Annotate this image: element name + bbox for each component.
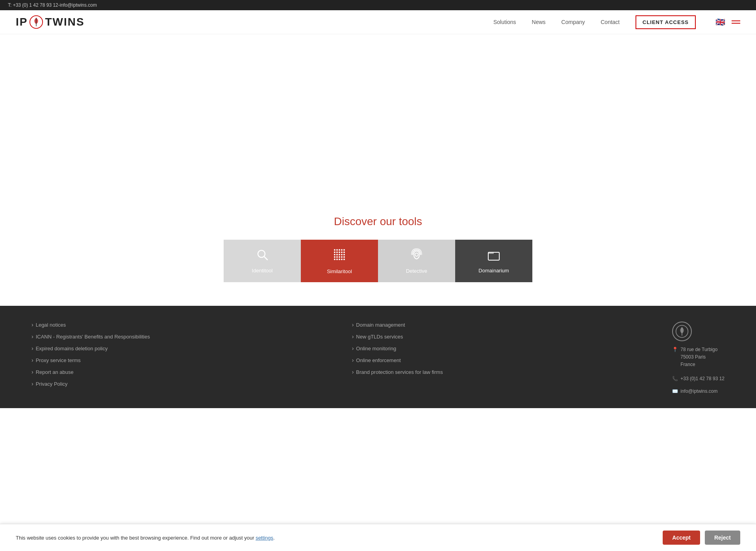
footer-address-line2: 75003 Paris [680,354,706,360]
svg-point-24 [334,259,335,260]
svg-point-14 [334,254,335,255]
discover-title: Discover our tools [8,215,748,228]
footer-link-gtlds[interactable]: New gTLDs services [356,334,403,340]
footer-phone-block: 📞 +33 (0)1 42 78 93 12 [672,376,724,381]
svg-point-13 [343,251,345,253]
svg-point-29 [415,253,418,256]
svg-point-6 [339,249,340,251]
similaritool-icon [332,248,346,264]
footer-col-legal: Legal notices ICANN - Registrants' Benef… [32,322,328,396]
svg-rect-31 [488,252,494,254]
svg-point-20 [336,256,338,258]
svg-point-16 [339,254,340,255]
svg-point-22 [341,256,343,258]
logo-icon [29,15,43,29]
domainarium-label: Domainarium [478,268,509,274]
tool-detective[interactable]: Detective [378,240,455,282]
svg-point-11 [339,251,340,253]
similaritool-label: Similaritool [327,268,352,274]
footer-proxy-service: Proxy service terms [32,357,328,363]
footer: Legal notices ICANN - Registrants' Benef… [0,306,756,408]
svg-point-27 [341,259,343,260]
footer-address-block: 📍 78 rue de Turbigo 75003 Paris France [672,346,717,369]
discover-section: Discover our tools Identitool [0,200,756,306]
footer-col-services: Domain management New gTLDs services Onl… [352,322,649,396]
topbar-phone: T: +33 (0) 1 42 78 93 12 [8,2,58,8]
footer-report-abuse: Report an abuse [32,369,328,375]
svg-rect-32 [489,254,498,259]
footer-online-enforcement: Online enforcement [352,357,649,363]
identitool-icon [256,248,269,264]
footer-link-privacy-policy[interactable]: Privacy Policy [36,381,68,387]
footer-legal-notices: Legal notices [32,322,328,328]
footer-address-line3: France [680,362,695,367]
footer-link-legal-notices[interactable]: Legal notices [36,322,66,328]
email-icon: ✉️ [672,388,678,394]
nav-company[interactable]: Company [561,19,585,25]
tool-identitool[interactable]: Identitool [224,240,301,282]
footer-brand: 📍 78 rue de Turbigo 75003 Paris France 📞… [672,322,724,396]
svg-point-10 [336,251,338,253]
language-flag[interactable]: 🇬🇧 [715,17,725,27]
svg-point-4 [334,249,335,251]
svg-point-9 [334,251,335,253]
top-bar: T: +33 (0) 1 42 78 93 12 - info@iptwins.… [0,0,756,10]
logo[interactable]: IP TWINS [16,15,85,29]
footer-address-line1: 78 rue de Turbigo [680,347,717,352]
svg-point-25 [336,259,338,260]
logo-text-ip: IP [16,16,28,28]
hamburger-menu[interactable] [732,20,740,24]
svg-point-8 [343,249,345,251]
svg-point-17 [341,254,343,255]
domainarium-icon [487,248,500,264]
svg-point-18 [343,254,345,255]
identitool-label: Identitool [252,268,273,274]
topbar-email: info@iptwins.com [60,2,97,8]
footer-email-block: ✉️ info@iptwins.com [672,388,717,394]
footer-online-monitoring: Online monitoring [352,345,649,351]
footer-link-online-enforcement[interactable]: Online enforcement [356,357,400,363]
footer-email-link[interactable]: info@iptwins.com [680,388,717,394]
footer-link-domain-management[interactable]: Domain management [356,322,405,328]
footer-link-report-abuse[interactable]: Report an abuse [36,369,74,375]
footer-services-list: Domain management New gTLDs services Onl… [352,322,649,375]
svg-point-12 [341,251,343,253]
svg-point-5 [336,249,338,251]
phone-icon: 📞 [672,376,678,381]
client-access-button[interactable]: CLIENT ACCESS [636,15,696,29]
footer-phone: +33 (0)1 42 78 93 12 [680,376,724,381]
svg-line-3 [264,257,267,260]
footer-icann: ICANN - Registrants' Benefits and Respon… [32,333,328,340]
nav-news[interactable]: News [532,19,546,25]
hamburger-line-2 [732,23,740,24]
svg-point-15 [336,254,338,255]
detective-icon [410,248,423,264]
hamburger-line-1 [732,20,740,21]
footer-link-icann[interactable]: ICANN - Registrants' Benefits and Respon… [36,334,150,340]
footer-logo-icon [672,322,692,341]
footer-link-expired-domains[interactable]: Expired domains deletion policy [36,346,108,351]
header: IP TWINS Solutions News Company Contact … [0,10,756,34]
footer-legal-list: Legal notices ICANN - Registrants' Benef… [32,322,328,387]
tools-grid: Identitool [220,240,536,282]
nav-contact[interactable]: Contact [601,19,620,25]
logo-text-twins: TWINS [45,16,84,28]
footer-link-law-firms[interactable]: Brand protection services for law firms [356,369,443,375]
tool-similaritool[interactable]: Similaritool [301,240,378,282]
hero-section [0,34,756,200]
svg-point-23 [343,256,345,258]
detective-label: Detective [406,268,427,274]
footer-law-firms: Brand protection services for law firms [352,369,649,375]
footer-link-proxy-service[interactable]: Proxy service terms [36,357,81,363]
svg-point-28 [343,259,345,260]
main-nav: Solutions News Company Contact CLIENT AC… [493,15,725,29]
svg-point-7 [341,249,343,251]
footer-privacy-policy: Privacy Policy [32,381,328,387]
footer-expired-domains: Expired domains deletion policy [32,345,328,351]
svg-point-21 [339,256,340,258]
nav-solutions[interactable]: Solutions [493,19,516,25]
footer-address: 78 rue de Turbigo 75003 Paris France [680,346,717,369]
address-pin-icon: 📍 [672,347,678,352]
tool-domainarium[interactable]: Domainarium [455,240,532,282]
footer-link-online-monitoring[interactable]: Online monitoring [356,346,396,351]
